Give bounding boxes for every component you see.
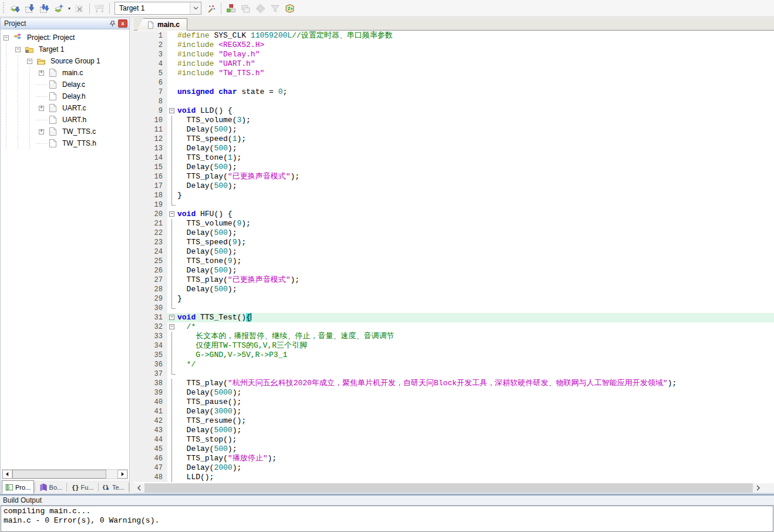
code-line-4[interactable]: 4#include "UART.h" [134, 59, 774, 69]
tree-item-tw-tts-c[interactable]: +TW_TTS.c [1, 126, 129, 137]
code-line-39[interactable]: 39 Delay(5000); [134, 388, 774, 398]
code-line-19[interactable]: 19 [134, 200, 774, 210]
fold-collapse-icon[interactable]: − [169, 108, 174, 113]
code-line-21[interactable]: 21 TTS_volume(9); [134, 219, 774, 228]
code-line-25[interactable]: 25 TTS_tone(9); [134, 257, 774, 266]
code-line-41[interactable]: 41 Delay(3000); [134, 407, 774, 416]
pack-installer-button[interactable] [282, 1, 297, 15]
code-editor[interactable]: 1#define SYS_CLK 11059200L//设置定时器、串口频率参数… [134, 31, 774, 483]
tree-item-tw-tts-h[interactable]: TW_TTS.h [1, 137, 129, 149]
download-button[interactable]: LOAD [92, 1, 107, 15]
code-line-32[interactable]: 32− /* [134, 322, 774, 332]
code-line-7[interactable]: 7unsigned char state = 0; [134, 87, 774, 97]
view-tab-bo[interactable]: ?Bo... [36, 480, 66, 494]
scrollbar-track[interactable] [106, 470, 117, 479]
code-line-9[interactable]: 9−void LLD() { [134, 106, 774, 116]
fold-collapse-icon[interactable]: − [169, 315, 174, 320]
code-line-11[interactable]: 11 Delay(500); [134, 125, 774, 134]
code-line-36[interactable]: 36 */ [134, 360, 774, 369]
code-line-26[interactable]: 26 Delay(500); [134, 266, 774, 275]
code-line-5[interactable]: 5#include "TW_TTS.h" [134, 69, 774, 78]
scrollbar-thumb[interactable] [144, 483, 753, 493]
code-line-35[interactable]: 35 G->GND,V->5V,R->P3_1 [134, 351, 774, 360]
collapse-icon[interactable]: − [27, 59, 32, 64]
code-line-37[interactable]: 37 [134, 369, 774, 379]
filter-button[interactable] [268, 1, 282, 15]
code-line-30[interactable]: 30 [134, 304, 774, 313]
tree-item-project-project[interactable]: −Project: Project [1, 32, 129, 43]
code-line-13[interactable]: 13 Delay(500); [134, 144, 774, 153]
scroll-right-arrow[interactable] [117, 470, 127, 479]
fold-collapse-icon[interactable]: − [169, 324, 174, 329]
tree-item-uart-h[interactable]: UART.h [1, 114, 129, 126]
rebuild-button[interactable] [37, 1, 52, 15]
scrollbar-thumb[interactable] [12, 470, 106, 479]
expand-icon[interactable]: + [39, 106, 44, 111]
panel-splitter[interactable] [130, 18, 134, 494]
expand-icon[interactable]: + [39, 129, 44, 134]
code-line-45[interactable]: 45 Delay(500); [134, 445, 774, 454]
tree-item-delay-c[interactable]: Delay.c [1, 79, 129, 90]
code-line-12[interactable]: 12 TTS_speed(1); [134, 134, 774, 144]
code-line-8[interactable]: 8 [134, 97, 774, 106]
code-line-15[interactable]: 15 Delay(500); [134, 163, 774, 172]
code-line-23[interactable]: 23 TTS_speed(9); [134, 238, 774, 247]
file-extensions-button[interactable] [224, 1, 238, 15]
expand-icon[interactable]: + [39, 70, 44, 76]
code-line-42[interactable]: 42 TTS_resume(); [134, 416, 774, 426]
code-line-20[interactable]: 20−void HFU() { [134, 210, 774, 219]
collapse-icon[interactable]: − [15, 47, 21, 52]
multi-project-button[interactable] [238, 1, 253, 15]
batch-build-button[interactable] [52, 1, 66, 15]
close-icon[interactable]: x [118, 19, 127, 28]
code-line-3[interactable]: 3#include "Delay.h" [134, 50, 774, 59]
view-tab-te[interactable]: {}Te... [99, 480, 128, 494]
code-line-31[interactable]: 31−void TTS_Test(){ [134, 313, 774, 322]
tree-item-source-group-1[interactable]: −Source Group 1 [1, 55, 129, 67]
translate-button[interactable] [8, 1, 22, 15]
code-line-14[interactable]: 14 TTS_tone(1); [134, 153, 774, 163]
scroll-left-arrow[interactable] [2, 470, 12, 479]
tree-item-uart-c[interactable]: +UART.c [1, 102, 129, 114]
scroll-right-arrow[interactable] [753, 483, 763, 493]
code-line-28[interactable]: 28 Delay(500); [134, 285, 774, 294]
code-line-24[interactable]: 24 Delay(500); [134, 247, 774, 257]
tab-main-c[interactable]: main.c [137, 18, 187, 31]
project-horizontal-scrollbar[interactable] [2, 469, 128, 479]
code-line-44[interactable]: 44 TTS_stop(); [134, 435, 774, 445]
stop-build-button[interactable] [72, 1, 87, 15]
pin-icon[interactable] [107, 19, 117, 28]
code-line-10[interactable]: 10 TTS_volume(3); [134, 116, 774, 125]
code-line-38[interactable]: 38 TTS_play("杭州天问五幺科技2020年成立，聚焦单片机开发，自研天… [134, 379, 774, 388]
code-line-16[interactable]: 16 TTS_play("已更换声音模式"); [134, 172, 774, 181]
code-line-40[interactable]: 40 TTS_pause(); [134, 398, 774, 407]
tree-item-main-c[interactable]: +main.c [1, 67, 129, 79]
code-line-18[interactable]: 18} [134, 191, 774, 200]
target-select[interactable]: Target 1 [115, 2, 201, 15]
code-line-6[interactable]: 6 [134, 78, 774, 87]
toolbar-grip[interactable] [2, 2, 5, 14]
software-packs-button[interactable] [253, 1, 268, 15]
code-line-1[interactable]: 1#define SYS_CLK 11059200L//设置定时器、串口频率参数 [134, 31, 774, 41]
code-line-17[interactable]: 17 Delay(500); [134, 181, 774, 191]
code-line-48[interactable]: 48 LLD(); [134, 473, 774, 482]
view-tab-fu[interactable]: {}Fu... [68, 480, 97, 494]
options-for-target-button[interactable] [204, 1, 218, 15]
code-line-22[interactable]: 22 Delay(500); [134, 228, 774, 238]
code-line-46[interactable]: 46 TTS_play("播放停止"); [134, 454, 774, 463]
collapse-icon[interactable]: − [4, 35, 9, 41]
code-line-29[interactable]: 29} [134, 294, 774, 304]
code-line-2[interactable]: 2#include <REGX52.H> [134, 41, 774, 50]
build-button[interactable] [22, 1, 37, 15]
chevron-down-icon[interactable] [190, 2, 201, 14]
code-line-47[interactable]: 47 Delay(2000); [134, 463, 774, 473]
code-line-43[interactable]: 43 Delay(5000); [134, 426, 774, 435]
view-tab-pro[interactable]: Pro... [2, 480, 34, 494]
editor-horizontal-scrollbar[interactable] [134, 483, 774, 493]
tree-item-delay-h[interactable]: Delay.h [1, 90, 129, 102]
tree-item-target-1[interactable]: −Target 1 [1, 43, 129, 55]
scroll-left-arrow[interactable] [134, 483, 144, 493]
code-line-34[interactable]: 34 仅使用TW-TTS的G,V,R三个引脚 [134, 341, 774, 351]
code-line-33[interactable]: 33 长文本的，播报暂停、继续、停止，音量、速度、音调调节 [134, 332, 774, 341]
batch-build-dropdown[interactable]: ▾ [66, 1, 72, 15]
